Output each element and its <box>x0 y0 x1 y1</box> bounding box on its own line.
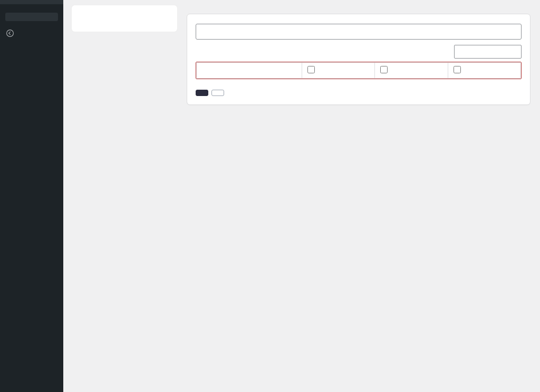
cancel-button[interactable] <box>211 90 224 96</box>
collapse-icon <box>5 28 15 38</box>
main-content <box>177 0 540 392</box>
col-capability <box>197 63 302 79</box>
svg-point-0 <box>7 30 14 37</box>
support-agents-subnav <box>72 5 177 32</box>
col-unassigned <box>302 63 375 79</box>
subnav-title <box>72 13 177 21</box>
update-notice[interactable] <box>5 13 58 21</box>
wp-admin-sidebar <box>0 0 63 392</box>
select-all-assigned-others[interactable] <box>454 66 461 73</box>
col-assigned-me <box>375 63 448 79</box>
collapse-menu[interactable] <box>0 24 63 42</box>
page-title <box>187 5 531 14</box>
submit-button[interactable] <box>196 90 208 96</box>
select-all-assigned-me[interactable] <box>380 66 388 73</box>
label-input[interactable] <box>196 24 522 40</box>
admin-footer <box>187 379 531 392</box>
select-all-unassigned[interactable] <box>307 66 315 73</box>
agent-role-card <box>187 14 531 105</box>
search-input[interactable] <box>454 45 522 59</box>
col-assigned-others <box>448 63 520 79</box>
capabilities-table <box>196 62 522 79</box>
